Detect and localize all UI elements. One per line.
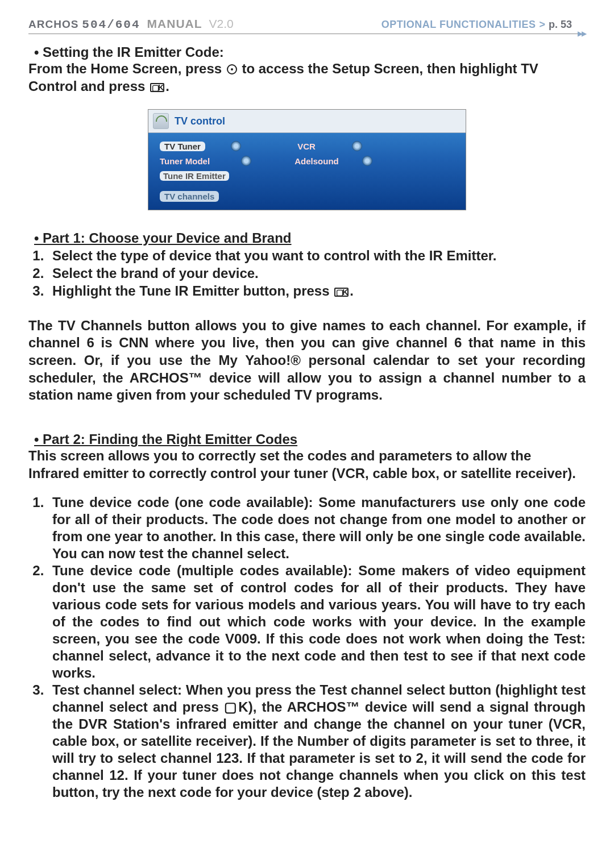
part2-heading: • Part 2: Finding the Right Emitter Code… — [34, 431, 586, 447]
tv-row-tuner: TV Tuner VCR — [160, 140, 454, 152]
next-page-icon[interactable]: ▶▶ — [578, 30, 586, 38]
spinner-icon[interactable] — [362, 156, 372, 166]
part1-step-2: Select the brand of your device. — [48, 265, 586, 283]
tv-tuner-label[interactable]: TV Tuner — [160, 142, 205, 151]
spinner-icon[interactable] — [231, 141, 241, 151]
intro-text-3: . — [165, 78, 169, 94]
spinner-icon[interactable] — [352, 141, 362, 151]
part2-intro: This screen allows you to correctly set … — [28, 447, 586, 482]
ok-button-icon: ▢K — [334, 288, 349, 297]
header-right: OPTIONAL FUNCTIONALITIES > p. 53 ▶▶ — [381, 19, 586, 31]
page-number: p. 53 — [549, 19, 572, 31]
part2-steps: Tune device code (one code available): S… — [48, 494, 586, 801]
version-label: V2.0 — [209, 17, 234, 31]
tv-row-tune-emitter: Tune IR Emitter — [160, 169, 454, 182]
ok-button-icon: ▢K — [150, 83, 164, 92]
page-content: • Setting the IR Emitter Code: From the … — [28, 44, 586, 801]
intro-text-1: From the Home Screen, press — [28, 61, 226, 76]
tuner-model-value: Adelsound — [274, 156, 359, 166]
part1-step-3-text: Highlight the Tune IR Emitter button, pr… — [52, 283, 333, 298]
intro-paragraph: From the Home Screen, press to access th… — [28, 60, 586, 95]
manual-label: MANUAL — [147, 17, 202, 31]
header-left: ARCHOS 504/604 MANUAL V2.0 — [28, 17, 234, 31]
part2-step-1: Tune device code (one code available): S… — [48, 494, 586, 562]
section-heading-ir-code: • Setting the IR Emitter Code: — [34, 44, 586, 60]
part2-step-2: Tune device code (multiple codes availab… — [48, 562, 586, 682]
tv-channels-button[interactable]: TV channels — [160, 191, 219, 202]
tune-ir-emitter-button[interactable]: Tune IR Emitter — [160, 171, 229, 181]
model-number: 504/604 — [82, 18, 140, 31]
tv-row-model: Tuner Model Adelsound — [160, 155, 454, 167]
brand-logo: ARCHOS — [28, 18, 78, 31]
tv-channels-row: TV channels — [160, 184, 454, 202]
part1-step-3: Highlight the Tune IR Emitter button, pr… — [48, 283, 586, 300]
tv-control-icon — [153, 113, 169, 129]
part1-heading: • Part 1: Choose your Device and Brand — [34, 230, 586, 246]
tv-control-titlebar: TV control — [148, 110, 466, 133]
tv-channels-paragraph: The TV Channels button allows you to giv… — [28, 317, 586, 405]
tv-control-screenshot: TV control TV Tuner VCR Tuner Model Adel… — [148, 109, 466, 210]
tv-control-body: TV Tuner VCR Tuner Model Adelsound Tune … — [148, 133, 466, 210]
part2-step-3: Test channel select: When you press the … — [48, 682, 586, 801]
part1-steps: Select the type of device that you want … — [48, 247, 586, 300]
spinner-icon[interactable] — [241, 156, 251, 166]
part1-step-1: Select the type of device that you want … — [48, 247, 586, 265]
manual-page: ARCHOS 504/604 MANUAL V2.0 OPTIONAL FUNC… — [0, 0, 614, 824]
tv-tuner-value: VCR — [264, 142, 349, 151]
tuner-model-label[interactable]: Tuner Model — [160, 156, 222, 166]
settings-icon — [227, 64, 237, 74]
tv-control-title: TV control — [175, 115, 225, 127]
page-header: ARCHOS 504/604 MANUAL V2.0 OPTIONAL FUNC… — [28, 17, 586, 34]
section-name: OPTIONAL FUNCTIONALITIES — [381, 19, 536, 31]
chevron-right-icon: > — [539, 19, 545, 31]
